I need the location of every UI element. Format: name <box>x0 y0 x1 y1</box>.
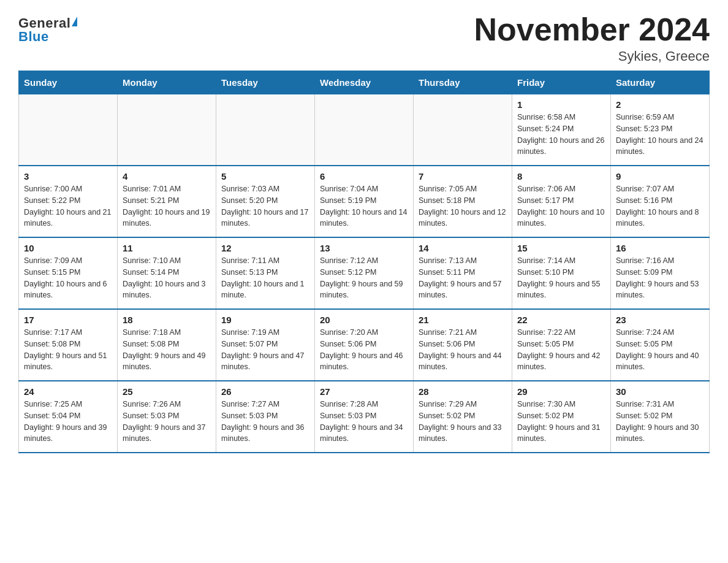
day-info: Sunrise: 7:18 AM Sunset: 5:08 PM Dayligh… <box>123 327 211 373</box>
day-info: Sunrise: 7:17 AM Sunset: 5:08 PM Dayligh… <box>24 327 112 373</box>
day-number: 4 <box>123 171 211 182</box>
day-number: 18 <box>123 315 211 325</box>
day-info: Sunrise: 7:09 AM Sunset: 5:15 PM Dayligh… <box>24 255 112 301</box>
calendar-week-row: 17Sunrise: 7:17 AM Sunset: 5:08 PM Dayli… <box>19 309 710 381</box>
calendar-cell: 12Sunrise: 7:11 AM Sunset: 5:13 PM Dayli… <box>216 237 315 309</box>
calendar-week-row: 24Sunrise: 7:25 AM Sunset: 5:04 PM Dayli… <box>19 381 710 453</box>
calendar-cell: 30Sunrise: 7:31 AM Sunset: 5:02 PM Dayli… <box>611 381 710 453</box>
calendar-cell: 2Sunrise: 6:59 AM Sunset: 5:23 PM Daylig… <box>611 94 710 166</box>
day-number: 20 <box>320 315 408 325</box>
day-number: 21 <box>419 315 507 325</box>
day-number: 7 <box>419 171 507 182</box>
calendar-table: SundayMondayTuesdayWednesdayThursdayFrid… <box>18 71 710 453</box>
day-info: Sunrise: 7:31 AM Sunset: 5:02 PM Dayligh… <box>616 399 704 445</box>
calendar-cell: 25Sunrise: 7:26 AM Sunset: 5:03 PM Dayli… <box>118 381 216 453</box>
day-info: Sunrise: 7:19 AM Sunset: 5:07 PM Dayligh… <box>221 327 309 373</box>
day-info: Sunrise: 7:14 AM Sunset: 5:10 PM Dayligh… <box>517 255 605 301</box>
calendar-cell: 6Sunrise: 7:04 AM Sunset: 5:19 PM Daylig… <box>315 166 414 237</box>
day-info: Sunrise: 7:21 AM Sunset: 5:06 PM Dayligh… <box>419 327 507 373</box>
day-number: 6 <box>320 171 408 182</box>
day-info: Sunrise: 7:29 AM Sunset: 5:02 PM Dayligh… <box>419 399 507 445</box>
calendar-cell: 10Sunrise: 7:09 AM Sunset: 5:15 PM Dayli… <box>19 237 118 309</box>
calendar-cell: 27Sunrise: 7:28 AM Sunset: 5:03 PM Dayli… <box>315 381 414 453</box>
calendar-cell: 28Sunrise: 7:29 AM Sunset: 5:02 PM Dayli… <box>414 381 512 453</box>
day-info: Sunrise: 7:28 AM Sunset: 5:03 PM Dayligh… <box>320 399 408 445</box>
day-number: 27 <box>320 386 408 397</box>
day-number: 16 <box>616 243 704 253</box>
day-number: 10 <box>24 243 112 253</box>
calendar-cell <box>118 94 216 166</box>
day-info: Sunrise: 7:16 AM Sunset: 5:09 PM Dayligh… <box>616 255 704 301</box>
calendar-cell: 5Sunrise: 7:03 AM Sunset: 5:20 PM Daylig… <box>216 166 315 237</box>
day-number: 8 <box>517 171 605 182</box>
calendar-cell: 11Sunrise: 7:10 AM Sunset: 5:14 PM Dayli… <box>118 237 216 309</box>
day-info: Sunrise: 7:22 AM Sunset: 5:05 PM Dayligh… <box>517 327 605 373</box>
day-info: Sunrise: 7:27 AM Sunset: 5:03 PM Dayligh… <box>221 399 309 445</box>
day-info: Sunrise: 7:25 AM Sunset: 5:04 PM Dayligh… <box>24 399 112 445</box>
calendar-cell: 8Sunrise: 7:06 AM Sunset: 5:17 PM Daylig… <box>512 166 611 237</box>
day-info: Sunrise: 7:11 AM Sunset: 5:13 PM Dayligh… <box>221 255 309 301</box>
day-number: 2 <box>616 99 704 110</box>
day-number: 22 <box>517 315 605 325</box>
page-header: General Blue November 2024 Sykies, Greec… <box>18 12 710 64</box>
calendar-cell <box>315 94 414 166</box>
calendar-header-monday: Monday <box>118 71 216 94</box>
day-info: Sunrise: 7:30 AM Sunset: 5:02 PM Dayligh… <box>517 399 605 445</box>
calendar-cell: 7Sunrise: 7:05 AM Sunset: 5:18 PM Daylig… <box>414 166 512 237</box>
calendar-header-row: SundayMondayTuesdayWednesdayThursdayFrid… <box>19 71 710 94</box>
day-number: 15 <box>517 243 605 253</box>
day-number: 26 <box>221 386 309 397</box>
day-number: 24 <box>24 386 112 397</box>
calendar-header-tuesday: Tuesday <box>216 71 315 94</box>
day-info: Sunrise: 7:24 AM Sunset: 5:05 PM Dayligh… <box>616 327 704 373</box>
calendar-cell: 21Sunrise: 7:21 AM Sunset: 5:06 PM Dayli… <box>414 309 512 381</box>
day-number: 5 <box>221 171 309 182</box>
day-number: 13 <box>320 243 408 253</box>
calendar-cell: 26Sunrise: 7:27 AM Sunset: 5:03 PM Dayli… <box>216 381 315 453</box>
day-number: 3 <box>24 171 112 182</box>
day-number: 9 <box>616 171 704 182</box>
calendar-week-row: 10Sunrise: 7:09 AM Sunset: 5:15 PM Dayli… <box>19 237 710 309</box>
day-info: Sunrise: 7:05 AM Sunset: 5:18 PM Dayligh… <box>419 183 507 229</box>
calendar-cell: 24Sunrise: 7:25 AM Sunset: 5:04 PM Dayli… <box>19 381 118 453</box>
day-info: Sunrise: 7:03 AM Sunset: 5:20 PM Dayligh… <box>221 183 309 229</box>
calendar-header-wednesday: Wednesday <box>315 71 414 94</box>
day-info: Sunrise: 7:07 AM Sunset: 5:16 PM Dayligh… <box>616 183 704 229</box>
calendar-cell <box>19 94 118 166</box>
calendar-header-thursday: Thursday <box>414 71 512 94</box>
logo-triangle-icon <box>72 17 77 26</box>
day-info: Sunrise: 7:12 AM Sunset: 5:12 PM Dayligh… <box>320 255 408 301</box>
day-info: Sunrise: 6:58 AM Sunset: 5:24 PM Dayligh… <box>517 112 605 158</box>
day-info: Sunrise: 7:13 AM Sunset: 5:11 PM Dayligh… <box>419 255 507 301</box>
calendar-cell: 22Sunrise: 7:22 AM Sunset: 5:05 PM Dayli… <box>512 309 611 381</box>
day-info: Sunrise: 7:06 AM Sunset: 5:17 PM Dayligh… <box>517 183 605 229</box>
calendar-cell: 17Sunrise: 7:17 AM Sunset: 5:08 PM Dayli… <box>19 309 118 381</box>
day-info: Sunrise: 7:01 AM Sunset: 5:21 PM Dayligh… <box>123 183 211 229</box>
day-number: 1 <box>517 99 605 110</box>
calendar-cell: 13Sunrise: 7:12 AM Sunset: 5:12 PM Dayli… <box>315 237 414 309</box>
calendar-cell: 9Sunrise: 7:07 AM Sunset: 5:16 PM Daylig… <box>611 166 710 237</box>
calendar-cell: 3Sunrise: 7:00 AM Sunset: 5:22 PM Daylig… <box>19 166 118 237</box>
calendar-cell: 4Sunrise: 7:01 AM Sunset: 5:21 PM Daylig… <box>118 166 216 237</box>
calendar-cell: 18Sunrise: 7:18 AM Sunset: 5:08 PM Dayli… <box>118 309 216 381</box>
day-number: 19 <box>221 315 309 325</box>
calendar-week-row: 3Sunrise: 7:00 AM Sunset: 5:22 PM Daylig… <box>19 166 710 237</box>
day-info: Sunrise: 7:04 AM Sunset: 5:19 PM Dayligh… <box>320 183 408 229</box>
calendar-cell: 16Sunrise: 7:16 AM Sunset: 5:09 PM Dayli… <box>611 237 710 309</box>
calendar-cell: 29Sunrise: 7:30 AM Sunset: 5:02 PM Dayli… <box>512 381 611 453</box>
month-title: November 2024 <box>474 12 710 47</box>
calendar-cell: 23Sunrise: 7:24 AM Sunset: 5:05 PM Dayli… <box>611 309 710 381</box>
day-number: 25 <box>123 386 211 397</box>
day-info: Sunrise: 7:20 AM Sunset: 5:06 PM Dayligh… <box>320 327 408 373</box>
logo-blue-text: Blue <box>18 29 49 45</box>
day-number: 17 <box>24 315 112 325</box>
logo: General Blue <box>18 15 77 45</box>
day-number: 12 <box>221 243 309 253</box>
calendar-cell <box>414 94 512 166</box>
calendar-cell: 20Sunrise: 7:20 AM Sunset: 5:06 PM Dayli… <box>315 309 414 381</box>
calendar-header-sunday: Sunday <box>19 71 118 94</box>
day-info: Sunrise: 7:00 AM Sunset: 5:22 PM Dayligh… <box>24 183 112 229</box>
day-info: Sunrise: 7:10 AM Sunset: 5:14 PM Dayligh… <box>123 255 211 301</box>
day-number: 11 <box>123 243 211 253</box>
day-number: 28 <box>419 386 507 397</box>
